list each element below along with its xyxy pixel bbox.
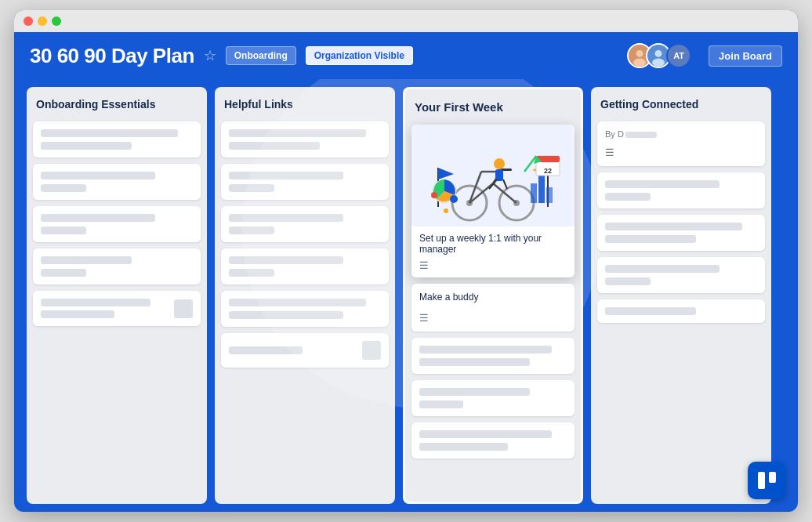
- skeleton-line: [229, 311, 343, 319]
- svg-rect-26: [538, 176, 545, 203]
- skeleton-line: [605, 277, 651, 285]
- skeleton-line: [605, 235, 696, 243]
- card-2-1[interactable]: [221, 121, 389, 158]
- avatar-initials[interactable]: AT: [666, 43, 691, 68]
- board-title: 30 60 90 Day Plan: [30, 44, 194, 68]
- column-title-2: Helpful Links: [221, 95, 389, 115]
- skeleton-line: [605, 307, 696, 315]
- skeleton-line: [41, 129, 178, 137]
- card-1-1[interactable]: [33, 121, 201, 158]
- svg-point-1: [636, 50, 643, 57]
- trello-logo-inner: [758, 472, 776, 489]
- card-1-4[interactable]: [33, 248, 201, 285]
- column-getting-connected: Getting Connected By D ☰: [591, 87, 771, 504]
- skeleton-line: [41, 299, 150, 306]
- minimize-dot[interactable]: [38, 16, 47, 26]
- make-buddy-card[interactable]: Make a buddy ☰: [411, 284, 575, 332]
- svg-point-36: [444, 208, 448, 213]
- skeleton-line: [229, 346, 303, 354]
- trello-logo: [748, 462, 785, 499]
- skeleton-line: [229, 256, 343, 264]
- column-title-3: Your First Week: [411, 97, 575, 118]
- skeleton-line: [41, 172, 155, 179]
- star-icon[interactable]: ☆: [204, 47, 216, 64]
- card-2-4[interactable]: [221, 248, 389, 285]
- skeleton-line: [605, 193, 651, 201]
- card-4-5[interactable]: [597, 299, 765, 323]
- column-onboarding-essentials: Onboarding Essentials: [27, 87, 207, 504]
- card-2-6[interactable]: [221, 333, 389, 368]
- close-dot[interactable]: [24, 16, 33, 26]
- avatar-group: AT: [627, 43, 691, 68]
- skeleton-line: [419, 358, 530, 366]
- featured-card-body: Set up a weekly 1:1 with your manager ☰: [411, 227, 575, 277]
- svg-point-4: [655, 50, 662, 57]
- skeleton-line: [41, 184, 86, 192]
- svg-rect-27: [546, 187, 553, 203]
- make-buddy-icon: ☰: [419, 312, 567, 324]
- skeleton-line: [229, 129, 366, 137]
- card-1-2[interactable]: [33, 164, 201, 200]
- svg-point-35: [431, 192, 437, 198]
- column-title-4: Getting Connected: [597, 95, 765, 115]
- onboarding-badge[interactable]: Onboarding: [226, 46, 296, 65]
- card-list-icon: ☰: [419, 259, 567, 271]
- trello-bar-short: [769, 472, 776, 483]
- make-buddy-title: Make a buddy: [419, 292, 567, 303]
- skeleton-line: [419, 430, 552, 438]
- skeleton-line: [41, 310, 114, 318]
- titlebar: [14, 10, 798, 32]
- maximize-dot[interactable]: [52, 16, 61, 26]
- column-helpful-links: Helpful Links: [215, 87, 395, 504]
- featured-card[interactable]: 22 Se: [411, 125, 575, 277]
- board-header: 30 60 90 Day Plan ☆ Onboarding Organizat…: [14, 32, 798, 79]
- card-icon: [362, 341, 381, 360]
- card-illustration: 22: [411, 125, 575, 227]
- skeleton-line: [229, 299, 366, 306]
- card-2-2[interactable]: [221, 164, 389, 200]
- skeleton-line: [229, 227, 274, 234]
- card-description: Set up a weekly 1:1 with your manager: [419, 233, 567, 255]
- card-3-3[interactable]: [411, 338, 575, 374]
- card-1-5[interactable]: [33, 291, 201, 326]
- skeleton-line: [419, 346, 552, 353]
- card-2-3[interactable]: [221, 206, 389, 242]
- by-card-icon: ☰: [605, 147, 757, 158]
- card-2-5[interactable]: [221, 291, 389, 327]
- skeleton-line: [41, 227, 86, 234]
- skeleton-line: [419, 401, 463, 408]
- column-title-1: Onboarding Essentials: [33, 95, 201, 115]
- skeleton-line: [605, 223, 742, 230]
- skeleton-line: [229, 172, 343, 179]
- card-attachment-icon: [174, 299, 193, 318]
- card-3-5[interactable]: [411, 422, 575, 459]
- skeleton-line: [41, 142, 132, 150]
- skeleton-line: [605, 265, 720, 273]
- trello-bar-tall: [758, 472, 765, 489]
- svg-point-5: [652, 59, 665, 67]
- trello-right-bar: [769, 472, 776, 489]
- skeleton-line: [229, 142, 320, 150]
- skeleton-line: [419, 388, 530, 396]
- card-4-4[interactable]: [597, 257, 765, 293]
- skeleton-line: [229, 184, 274, 192]
- svg-rect-25: [531, 183, 537, 203]
- app-window: 30 60 90 Day Plan ☆ Onboarding Organizat…: [14, 10, 798, 512]
- card-4-2[interactable]: [597, 172, 765, 208]
- card-1-3[interactable]: [33, 206, 201, 242]
- skeleton-line: [41, 256, 132, 264]
- svg-point-2: [633, 59, 646, 67]
- trello-left-bar: [758, 472, 765, 489]
- join-board-button[interactable]: Join Board: [709, 45, 782, 67]
- svg-point-34: [450, 195, 458, 203]
- org-visible-badge[interactable]: Organization Visible: [306, 46, 413, 65]
- skeleton-line: [229, 269, 274, 277]
- card-4-3[interactable]: [597, 215, 765, 251]
- card-3-4[interactable]: [411, 380, 575, 416]
- svg-point-17: [494, 158, 505, 169]
- skeleton-line: [41, 214, 155, 222]
- skeleton-line: [419, 443, 508, 451]
- by-line: By D: [605, 129, 757, 139]
- skeleton-line: [41, 269, 86, 277]
- card-4-by[interactable]: By D ☰: [597, 121, 765, 166]
